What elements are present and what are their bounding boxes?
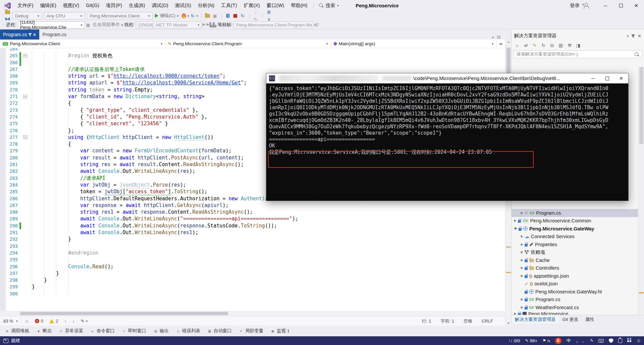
flag-icon[interactable]: ⚑ [202,22,206,27]
fold-collapse-icon[interactable] [23,135,27,139]
tree-item[interactable]: Peng.Microservice.GateWay [512,225,638,233]
tree-expander-icon[interactable] [514,228,517,230]
panel-tab[interactable]: ▦自动窗口 [204,326,235,336]
open-folder-icon[interactable] [4,8,11,16]
next-issue-button[interactable]: ↓ [69,317,78,326]
scrollbar-thumb[interactable] [20,312,228,315]
step-into-icon[interactable]: ↓ [252,8,260,16]
close-button[interactable]: ✕ [629,0,644,11]
grid-icon[interactable] [627,338,629,340]
fold-collapse-icon[interactable] [23,95,27,98]
tool-window-tab[interactable]: 属性 [582,315,598,324]
code-line[interactable]: 265#region 授权角色 [0,52,505,59]
zoom-dropdown[interactable]: 83 %▾ [0,317,21,326]
mem-chart-icon[interactable]: ▙ [213,22,216,27]
perf-chart-icon[interactable]: ▙ [210,22,213,27]
close-icon[interactable]: ✕ [33,32,37,37]
pause-icon[interactable] [224,12,232,19]
menu-item[interactable]: 帮助(H) [287,0,311,11]
code-line[interactable]: 287var response = await httpClient.GetAs… [0,202,505,209]
tree-expander-icon[interactable] [521,251,523,254]
horizontal-scrollbar[interactable] [0,311,505,316]
tree-expander-icon[interactable] [514,219,516,222]
spaces-indicator[interactable]: 空格 [460,318,476,324]
code-line[interactable]: 291await Console.Out.WriteLineAsync(res1… [0,229,505,236]
panel-tab[interactable]: ▸命令窗口 [87,326,118,336]
flag-outline-icon[interactable]: ⚑ [206,22,210,27]
ime-pen-icon[interactable]: ✎ [590,338,593,343]
panel-options-icon[interactable]: ▾ [627,34,629,38]
accessibility-icon[interactable]: ☺ [21,317,32,326]
code-line[interactable]: 293 [0,243,505,250]
console-minimize-button[interactable]: ─ [586,73,600,83]
stop-icon[interactable] [232,12,239,19]
tree-item[interactable]: C#WeatherForecast.cs [512,303,638,312]
process-dropdown[interactable]: [11432] Peng.Microservice.Clie▾ [18,21,85,28]
console-window[interactable]: C:\ \code\Peng.Microservice\Peng.Microse… [266,73,629,201]
document-tab[interactable]: Program.cs [39,29,69,40]
notifications[interactable]: ⚑n [542,338,550,343]
tree-expander-icon[interactable] [521,259,523,262]
window-layout-icon[interactable]: ▣ [211,12,219,19]
code-line[interactable]: 299} [0,283,505,290]
tree-item[interactable]: Peng.Microservice.GateWay.ht [512,288,638,296]
panel-tab[interactable]: »即时窗口 [118,326,150,336]
lifecycle-events-icon[interactable]: ▣ [85,22,92,27]
tree-item[interactable]: {}appsettings.json [512,272,638,280]
search-box[interactable]: 搜索 ▾ [316,2,341,9]
tree-item[interactable]: Controllers [512,264,638,272]
account-person-icon[interactable]: + [582,2,589,9]
document-tab[interactable]: Program.cs✕ [0,29,39,40]
tree-item[interactable]: ✓{}ocelot.json [512,280,638,288]
new-project-icon[interactable]: ▤ [4,1,11,8]
tool-window-tab[interactable]: 解决方案资源管理器 [512,315,559,324]
tree-expander-icon[interactable] [521,267,523,269]
code-line[interactable]: 292} [0,236,505,243]
menu-item[interactable]: 文件(F) [14,0,37,11]
home-icon[interactable]: ⌂ [514,42,521,49]
code-line[interactable]: 264 [0,48,505,52]
navbar-member-dropdown[interactable]: Main(string[] args)▾ [331,40,496,48]
background-tasks-icon[interactable] [3,339,8,343]
code-line[interactable]: 298} [0,277,505,283]
tree-expander-icon[interactable] [521,275,523,277]
tree-item[interactable]: C#Program.cs [512,296,638,304]
tree-expander-icon[interactable] [521,212,523,214]
code-line[interactable]: 300 [0,290,505,297]
panel-tab[interactable]: ≣调用堆栈 [1,326,33,336]
sign-in-button[interactable]: 登录 [570,2,580,9]
thread-dropdown[interactable]: [20828] .NET TP Worker▾ [136,21,202,28]
tree-expander-icon[interactable] [521,298,523,301]
insert-snippet-icon[interactable]: ⌐ [265,1,273,8]
show-all-files-icon[interactable]: ▤ [557,42,565,49]
tree-expander-icon[interactable] [514,313,516,315]
console-title-bar[interactable]: C:\ \code\Peng.Microservice\Peng.Microse… [266,73,628,83]
sync-status[interactable]: ↑↓0/0 [508,338,520,343]
tool-window-tab[interactable]: Git 更改 [559,315,582,324]
pin-icon[interactable] [633,34,634,38]
tree-expander-icon[interactable] [521,243,523,246]
menu-item[interactable]: 分析(N) [195,0,218,11]
navbar-project-dropdown[interactable]: C# Peng.Microservice.Client▾ [0,40,165,48]
panel-tab[interactable]: ▤输出 [150,326,172,336]
warning-count[interactable]: 2 [46,317,61,326]
show-next-statement-icon[interactable]: → [252,1,260,8]
minimize-button[interactable]: ─ [598,0,613,11]
code-line[interactable]: 294#endregion [0,250,505,256]
ime-keyboard-icon[interactable] [598,339,604,343]
configuration-dropdown[interactable]: Debug▾ [12,12,42,19]
code-line[interactable]: 290await Console.Out.WriteLineAsync(resp… [0,222,505,229]
scroll-up-arrow[interactable]: ▲ [505,40,512,44]
line-ending-indicator[interactable]: CRLF [478,319,497,324]
continue-button[interactable]: 继续(C) ▾ [155,13,179,19]
column-indicator[interactable]: 字符: 1 [437,318,458,324]
close-icon[interactable]: ✕ [638,33,641,39]
navbar-type-dropdown[interactable]: % Peng.Microservice.Client.Program▾ [165,40,331,48]
tree-expander-icon[interactable] [521,306,523,309]
console-close-button[interactable]: ✕ [614,73,628,83]
collapse-all-icon[interactable]: ⊟ [548,42,556,49]
console-output[interactable]: {"access_token":"eyJhbGciOiJSUzI1NiIsImt… [266,83,628,201]
solution-search-input[interactable]: 搜索解决方案资源管理器(Ctrl+;) [514,50,642,58]
hot-reload-icon[interactable] [180,12,187,19]
pending-edits[interactable]: ✎99+ [525,338,537,343]
